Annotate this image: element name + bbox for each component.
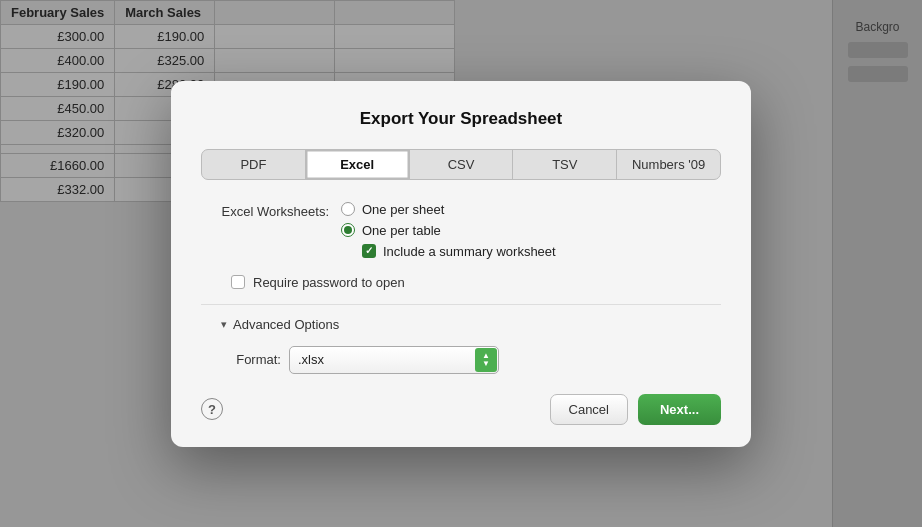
tab-tsv[interactable]: TSV <box>513 150 617 179</box>
radio-per-table-label: One per table <box>362 223 441 238</box>
divider <box>201 304 721 305</box>
dialog-title: Export Your Spreadsheet <box>201 109 721 129</box>
tab-pdf[interactable]: PDF <box>202 150 306 179</box>
password-label: Require password to open <box>253 275 405 290</box>
footer-buttons: Cancel Next... <box>550 394 721 425</box>
radio-circle-per-table <box>341 223 355 237</box>
format-tabs: PDF Excel CSV TSV Numbers '09 <box>201 149 721 180</box>
dialog-footer: ? Cancel Next... <box>201 394 721 425</box>
worksheets-radio-group: One per sheet One per table Include a su… <box>341 202 556 259</box>
cancel-button[interactable]: Cancel <box>550 394 628 425</box>
tab-csv[interactable]: CSV <box>410 150 514 179</box>
format-label: Format: <box>221 352 281 367</box>
excel-worksheets-section: Excel Worksheets: One per sheet One per … <box>201 202 721 259</box>
format-stepper[interactable]: ▲ ▼ <box>475 348 497 372</box>
help-button[interactable]: ? <box>201 398 223 420</box>
checkbox-summary[interactable]: Include a summary worksheet <box>362 244 556 259</box>
radio-per-table[interactable]: One per table <box>341 223 556 238</box>
radio-circle-per-sheet <box>341 202 355 216</box>
format-value: .xlsx <box>298 352 324 367</box>
tab-numbers09[interactable]: Numbers '09 <box>617 150 720 179</box>
worksheets-label: Excel Worksheets: <box>201 202 341 219</box>
next-button[interactable]: Next... <box>638 394 721 425</box>
advanced-options-row[interactable]: ▾ Advanced Options <box>221 317 721 332</box>
export-dialog: Export Your Spreadsheet PDF Excel CSV TS… <box>171 81 751 447</box>
checkbox-summary-box <box>362 244 376 258</box>
format-row: Format: .xlsx ▲ ▼ <box>221 346 721 374</box>
format-select-wrapper: .xlsx ▲ ▼ <box>289 346 499 374</box>
format-select-display: .xlsx <box>289 346 499 374</box>
radio-per-sheet-label: One per sheet <box>362 202 444 217</box>
radio-per-sheet[interactable]: One per sheet <box>341 202 556 217</box>
tab-excel[interactable]: Excel <box>306 150 410 179</box>
worksheets-row: Excel Worksheets: One per sheet One per … <box>201 202 721 259</box>
modal-overlay: Export Your Spreadsheet PDF Excel CSV TS… <box>0 0 922 527</box>
password-row: Require password to open <box>231 275 721 290</box>
stepper-down-icon: ▼ <box>482 360 490 368</box>
advanced-options-label: Advanced Options <box>233 317 339 332</box>
chevron-icon: ▾ <box>221 318 227 331</box>
checkbox-password[interactable] <box>231 275 245 289</box>
checkbox-summary-label: Include a summary worksheet <box>383 244 556 259</box>
